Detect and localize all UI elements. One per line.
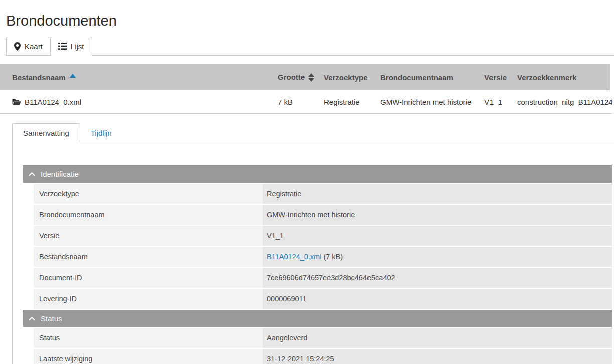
sort-both-icon [308, 73, 314, 82]
detail-tab-bar: Samenvatting Tijdlijn [12, 123, 614, 142]
detail-row-levering-id: Levering-ID 0000069011 [34, 289, 612, 309]
section-header-identificatie[interactable]: Identificatie [23, 165, 612, 183]
column-header-verzoektype: Verzoektype [324, 73, 380, 82]
samenvatting-panel: Identificatie Verzoektype Registratie Br… [12, 142, 614, 364]
open-folder-icon [12, 98, 21, 105]
column-header-brondocumentnaam: Brondocumentnaam [380, 73, 484, 82]
detail-row-document-id: Document-ID 7ce69606d74657ee3d28bc464e5c… [34, 268, 612, 288]
detail-row-bestandsnaam: Bestandsnaam B11A0124_0.xml (7 kB) [34, 247, 612, 267]
detail-row-status: Status Aangeleverd [34, 328, 612, 348]
brondocumenten-page: Brondocumenten Kaart Lijst Bestandsnaam … [0, 0, 614, 364]
status-rows: Status Aangeleverd Laatste wijziging 31-… [34, 328, 612, 364]
cell-grootte: 7 kB [278, 98, 324, 106]
page-title: Brondocumenten [6, 13, 614, 29]
tab-samenvatting[interactable]: Samenvatting [12, 123, 80, 142]
cell-bestandsnaam: B11A0124_0.xml [0, 98, 278, 106]
view-tab-bar: Kaart Lijst [6, 36, 614, 56]
detail-row-versie: Versie V1_1 [34, 226, 612, 246]
sort-ascending-icon [70, 74, 76, 78]
table-header-row: Bestandsnaam Grootte Verzoektype Brondoc… [0, 64, 610, 90]
column-header-grootte[interactable]: Grootte [278, 73, 324, 82]
cell-verzoektype: Registratie [324, 98, 380, 106]
tab-tijdlijn[interactable]: Tijdlijn [80, 123, 122, 142]
section-title: Identificatie [41, 170, 79, 178]
column-header-bestandsnaam[interactable]: Bestandsnaam [0, 73, 278, 82]
section-header-status[interactable]: Status [23, 310, 612, 327]
file-size-suffix: (7 kB) [321, 253, 343, 261]
chevron-up-icon [29, 316, 35, 321]
detail-row-verzoektype: Verzoektype Registratie [34, 184, 612, 204]
tab-kaart-label: Kaart [25, 42, 43, 51]
cell-brondocumentnaam: GMW-Inrichten met historie [380, 98, 484, 106]
map-pin-icon [14, 42, 21, 51]
section-title: Status [41, 314, 62, 323]
tab-lijst[interactable]: Lijst [50, 37, 92, 56]
column-header-versie: Versie [484, 73, 517, 82]
table-row[interactable]: B11A0124_0.xml 7 kB Registratie GMW-Inri… [0, 90, 612, 114]
identificatie-rows: Verzoektype Registratie Brondocumentnaam… [34, 184, 612, 309]
cell-verzoekkenmerk: construction_nitg_B11A0124 [517, 98, 612, 106]
tab-kaart[interactable]: Kaart [6, 37, 51, 56]
list-icon [58, 43, 67, 50]
column-header-verzoekkenmerk: Verzoekkenmerk [517, 73, 610, 82]
file-download-link[interactable]: B11A0124_0.xml [267, 253, 321, 261]
cell-versie: V1_1 [484, 98, 517, 106]
detail-row-brondocumentnaam: Brondocumentnaam GMW-Inrichten met histo… [34, 205, 612, 225]
detail-row-laatste-wijziging: Laatste wijziging 31-12-2021 15:24:25 [34, 349, 612, 364]
tab-lijst-label: Lijst [71, 42, 84, 51]
chevron-up-icon [29, 172, 35, 176]
